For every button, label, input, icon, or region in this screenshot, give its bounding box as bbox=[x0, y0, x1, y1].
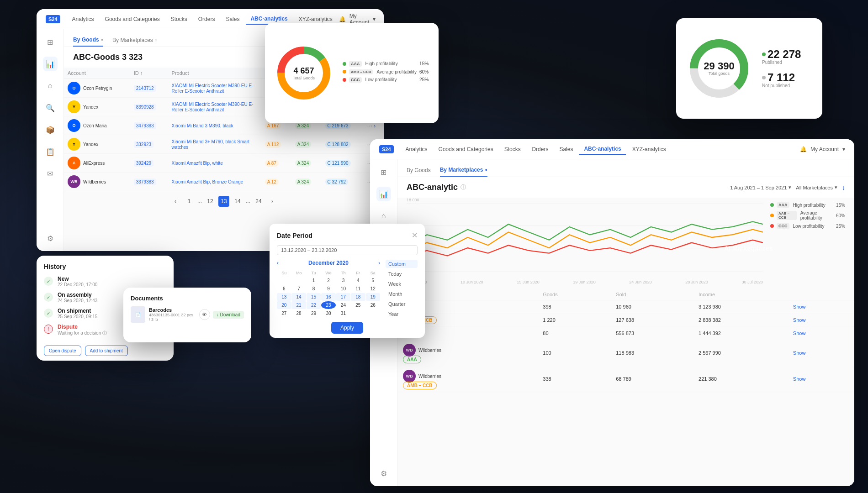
page-14[interactable]: 14 bbox=[232, 196, 243, 207]
page-13[interactable]: 13 bbox=[218, 196, 229, 207]
product-link[interactable]: Xiaomi Mi Band 3 M390, black bbox=[172, 123, 233, 128]
sidebar-icon-box[interactable]: 📦 bbox=[43, 122, 58, 137]
bottom-nav-stocks[interactable]: Stocks bbox=[500, 144, 525, 154]
product-link[interactable]: Xiaomi Amazfit Bip, Bronze Orange bbox=[172, 179, 243, 184]
cal-day-11[interactable]: 11 bbox=[351, 285, 365, 293]
cal-day-10[interactable]: 10 bbox=[336, 285, 350, 293]
doc-download-button[interactable]: ↓ Download bbox=[213, 311, 244, 319]
cal-day-12[interactable]: 12 bbox=[366, 285, 380, 293]
bottom-nav-analytics[interactable]: Analytics bbox=[401, 144, 432, 154]
product-link[interactable]: XIAOMI Mi Electric Scooter M390-EU E-Rol… bbox=[172, 83, 254, 94]
marketplace-filter[interactable]: All Marketplaces ▾ bbox=[796, 184, 837, 190]
cal-day-28[interactable]: 28 bbox=[291, 309, 306, 317]
cal-prev[interactable]: ‹ bbox=[277, 260, 279, 266]
sidebar-icon-chart[interactable]: 📊 bbox=[43, 57, 58, 71]
open-dispute-button[interactable]: Open dispute bbox=[44, 346, 81, 356]
page-1[interactable]: 1 bbox=[184, 196, 195, 207]
cal-day-3[interactable]: 3 bbox=[336, 277, 350, 284]
download-icon[interactable]: ↓ bbox=[842, 184, 845, 191]
next-page[interactable]: › bbox=[267, 196, 278, 207]
cal-day-2[interactable]: 2 bbox=[321, 277, 335, 284]
cal-day-23[interactable]: 23 bbox=[321, 301, 335, 309]
cal-day-15[interactable]: 15 bbox=[307, 293, 321, 301]
quick-week[interactable]: Week bbox=[386, 280, 418, 288]
cal-day-20[interactable]: 20 bbox=[277, 301, 291, 309]
bottom-nav-goods[interactable]: Goods and Categories bbox=[434, 144, 498, 154]
bell-icon[interactable]: 🔔 bbox=[339, 16, 346, 22]
sidebar-icon-document[interactable]: 📋 bbox=[43, 144, 58, 159]
nav-orders[interactable]: Orders bbox=[194, 14, 220, 24]
product-link[interactable]: XIAOMI Mi Electric Scooter M390-EU E-Rol… bbox=[172, 102, 254, 112]
tab-by-goods[interactable]: By Goods ● bbox=[73, 34, 103, 47]
cal-day-6[interactable]: 6 bbox=[277, 285, 291, 293]
doc-preview-button[interactable]: 👁 bbox=[199, 309, 210, 320]
cal-day-25[interactable]: 25 bbox=[351, 301, 365, 309]
prev-page[interactable]: ‹ bbox=[170, 196, 181, 207]
cal-day-18[interactable]: 18 bbox=[351, 293, 365, 301]
cal-day-19[interactable]: 19 bbox=[366, 293, 380, 301]
apply-button[interactable]: Apply bbox=[331, 322, 363, 334]
cal-day-13[interactable]: 13 bbox=[277, 293, 291, 301]
quick-quarter[interactable]: Quarter bbox=[386, 300, 418, 308]
bottom-nav-sales[interactable]: Sales bbox=[555, 144, 577, 154]
cal-day-5[interactable]: 5 bbox=[366, 277, 380, 284]
cal-day-31[interactable]: 31 bbox=[336, 309, 350, 317]
sidebar-icon-grid[interactable]: ⊞ bbox=[43, 35, 58, 49]
bottom-sidebar-grid[interactable]: ⊞ bbox=[376, 165, 391, 179]
cal-day-24[interactable]: 24 bbox=[336, 301, 350, 309]
modal-close-button[interactable]: ✕ bbox=[412, 231, 418, 240]
bottom-sidebar-chart[interactable]: 📊 bbox=[376, 187, 391, 201]
cal-month[interactable]: December 2020 bbox=[308, 260, 349, 266]
cal-day-16[interactable]: 16 bbox=[321, 293, 335, 301]
show-button[interactable]: Show bbox=[793, 330, 806, 336]
cal-day-17[interactable]: 17 bbox=[336, 293, 350, 301]
quick-year[interactable]: Year bbox=[386, 310, 418, 318]
product-link[interactable]: Xiaomi Amazfit Bip, white bbox=[172, 161, 223, 166]
bottom-tab-by-goods[interactable]: By Goods bbox=[407, 164, 431, 177]
product-link[interactable]: Xiaomi Mi Band 3+ M760, black Smart watc… bbox=[172, 139, 249, 150]
nav-stocks[interactable]: Stocks bbox=[166, 14, 192, 24]
cal-day-21[interactable]: 21 bbox=[291, 301, 306, 309]
cal-day-14[interactable]: 14 bbox=[291, 293, 306, 301]
bottom-tab-by-marketplaces[interactable]: By Marketplaces ● bbox=[440, 164, 487, 177]
row-expand[interactable]: › bbox=[374, 123, 376, 129]
sidebar-icon-home[interactable]: ⌂ bbox=[43, 79, 58, 93]
nav-analytics[interactable]: Analytics bbox=[68, 14, 99, 24]
bottom-account-label[interactable]: My Account bbox=[810, 146, 839, 152]
quick-today[interactable]: Today bbox=[386, 270, 418, 278]
sidebar-icon-send[interactable]: ✉ bbox=[43, 166, 58, 181]
cal-day-8[interactable]: 8 bbox=[307, 285, 321, 293]
cal-day-26[interactable]: 26 bbox=[366, 301, 380, 309]
cal-next[interactable]: › bbox=[378, 260, 380, 266]
bottom-nav-abc[interactable]: ABC-analytics bbox=[579, 144, 625, 155]
sidebar-icon-settings[interactable]: ⚙ bbox=[43, 231, 58, 246]
cal-day-29[interactable]: 29 bbox=[307, 309, 321, 317]
show-button[interactable]: Show bbox=[793, 317, 806, 323]
show-button[interactable]: Show bbox=[793, 376, 806, 382]
cal-day-7[interactable]: 7 bbox=[291, 285, 306, 293]
cal-day-4[interactable]: 4 bbox=[351, 277, 365, 284]
nav-goods[interactable]: Goods and Categories bbox=[101, 14, 164, 24]
quick-custom[interactable]: Custom bbox=[386, 260, 418, 268]
add-shipment-button[interactable]: Add to shipment bbox=[85, 346, 128, 356]
cal-day-9[interactable]: 9 bbox=[321, 285, 335, 293]
bottom-nav-xyz[interactable]: XYZ-analytics bbox=[628, 144, 671, 154]
nav-sales[interactable]: Sales bbox=[221, 14, 244, 24]
page-24[interactable]: 24 bbox=[253, 196, 264, 207]
bottom-date-range[interactable]: 1 Aug 2021 – 1 Sep 2021 ▾ bbox=[730, 184, 791, 190]
cal-day-1[interactable]: 1 bbox=[307, 277, 321, 284]
sidebar-icon-search[interactable]: 🔍 bbox=[43, 100, 58, 115]
bottom-nav-orders[interactable]: Orders bbox=[527, 144, 553, 154]
date-range-display[interactable]: 13.12.2020 – 23.12.2020 bbox=[277, 245, 418, 255]
cal-day-30[interactable]: 30 bbox=[321, 309, 335, 317]
show-button[interactable]: Show bbox=[793, 304, 806, 309]
bottom-sidebar-settings[interactable]: ⚙ bbox=[376, 466, 391, 481]
cal-day-22[interactable]: 22 bbox=[307, 301, 321, 309]
bottom-sidebar-home[interactable]: ⌂ bbox=[376, 209, 391, 223]
tab-by-marketplaces[interactable]: By Marketplaces ○ bbox=[112, 34, 157, 47]
cal-day-27[interactable]: 27 bbox=[277, 309, 291, 317]
bottom-bell-icon[interactable]: 🔔 bbox=[800, 146, 807, 152]
show-button[interactable]: Show bbox=[793, 350, 806, 356]
page-12[interactable]: 12 bbox=[205, 196, 216, 207]
quick-month[interactable]: Month bbox=[386, 290, 418, 298]
